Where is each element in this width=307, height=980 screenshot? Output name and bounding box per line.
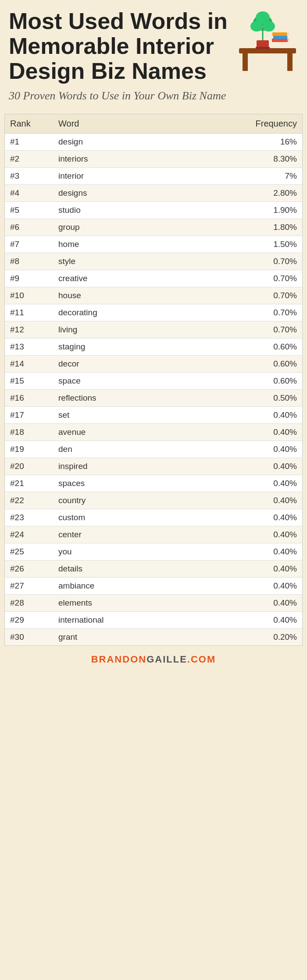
cell-rank: #5	[5, 202, 53, 219]
cell-rank: #16	[5, 390, 53, 407]
cell-rank: #29	[5, 612, 53, 629]
cell-rank: #17	[5, 407, 53, 424]
cell-frequency: 0.70%	[176, 287, 302, 304]
cell-rank: #22	[5, 492, 53, 509]
col-frequency: Frequency	[176, 114, 302, 134]
cell-word: center	[53, 526, 176, 543]
table-row: #29international0.40%	[5, 612, 302, 629]
cell-rank: #14	[5, 356, 53, 373]
svg-rect-11	[273, 35, 288, 39]
data-table-wrapper: Rank Word Frequency #1design16%#2interio…	[4, 114, 303, 646]
cell-word: studio	[53, 202, 176, 219]
cell-word: country	[53, 492, 176, 509]
table-row: #27ambiance0.40%	[5, 578, 302, 595]
table-row: #13staging0.60%	[5, 338, 302, 356]
table-row: #6group1.80%	[5, 219, 302, 236]
page-container: Most Used Words in Memorable Interior De…	[0, 0, 307, 672]
cell-rank: #4	[5, 185, 53, 202]
cell-rank: #21	[5, 475, 53, 492]
desk-illustration	[235, 4, 300, 74]
cell-word: avenue	[53, 424, 176, 441]
cell-frequency: 0.60%	[176, 373, 302, 390]
cell-frequency: 0.20%	[176, 629, 302, 646]
cell-frequency: 0.40%	[176, 543, 302, 561]
cell-word: space	[53, 373, 176, 390]
cell-word: group	[53, 219, 176, 236]
cell-rank: #6	[5, 219, 53, 236]
svg-rect-1	[243, 53, 248, 71]
cell-word: inspired	[53, 458, 176, 475]
table-row: #17set0.40%	[5, 407, 302, 424]
svg-rect-10	[272, 39, 289, 42]
cell-frequency: 0.40%	[176, 475, 302, 492]
cell-frequency: 0.40%	[176, 509, 302, 526]
table-header-row: Rank Word Frequency	[5, 114, 302, 134]
table-row: #28elements0.40%	[5, 595, 302, 612]
col-word: Word	[53, 114, 176, 134]
cell-word: grant	[53, 629, 176, 646]
cell-word: style	[53, 253, 176, 270]
table-row: #22country0.40%	[5, 492, 302, 509]
footer-gaille: GAILLE	[146, 654, 187, 665]
cell-word: custom	[53, 509, 176, 526]
cell-word: ambiance	[53, 578, 176, 595]
table-row: #25you0.40%	[5, 543, 302, 561]
table-row: #30grant0.20%	[5, 629, 302, 646]
cell-rank: #20	[5, 458, 53, 475]
svg-rect-4	[256, 47, 270, 49]
cell-rank: #30	[5, 629, 53, 646]
cell-frequency: 7%	[176, 168, 302, 185]
cell-rank: #18	[5, 424, 53, 441]
cell-frequency: 0.40%	[176, 441, 302, 458]
cell-word: den	[53, 441, 176, 458]
col-rank: Rank	[5, 114, 53, 134]
cell-frequency: 2.80%	[176, 185, 302, 202]
cell-frequency: 0.70%	[176, 321, 302, 338]
cell-word: designs	[53, 185, 176, 202]
table-row: #26details0.40%	[5, 561, 302, 578]
table-row: #4designs2.80%	[5, 185, 302, 202]
table-row: #5studio1.90%	[5, 202, 302, 219]
cell-rank: #19	[5, 441, 53, 458]
table-row: #1design16%	[5, 134, 302, 151]
table-row: #18avenue0.40%	[5, 424, 302, 441]
cell-word: decorating	[53, 304, 176, 321]
cell-rank: #27	[5, 578, 53, 595]
cell-word: international	[53, 612, 176, 629]
cell-word: spaces	[53, 475, 176, 492]
cell-frequency: 0.40%	[176, 424, 302, 441]
cell-rank: #11	[5, 304, 53, 321]
table-row: #3interior7%	[5, 168, 302, 185]
cell-rank: #25	[5, 543, 53, 561]
cell-word: elements	[53, 595, 176, 612]
table-row: #16reflections0.50%	[5, 390, 302, 407]
cell-rank: #8	[5, 253, 53, 270]
table-row: #2interiors8.30%	[5, 151, 302, 168]
cell-word: you	[53, 543, 176, 561]
table-row: #19den0.40%	[5, 441, 302, 458]
cell-rank: #28	[5, 595, 53, 612]
cell-frequency: 0.40%	[176, 578, 302, 595]
table-row: #10house0.70%	[5, 287, 302, 304]
words-table: Rank Word Frequency #1design16%#2interio…	[5, 114, 302, 645]
cell-rank: #12	[5, 321, 53, 338]
table-row: #14decor0.60%	[5, 356, 302, 373]
cell-rank: #9	[5, 270, 53, 287]
header: Most Used Words in Memorable Interior De…	[0, 0, 307, 107]
cell-frequency: 0.50%	[176, 390, 302, 407]
cell-frequency: 0.60%	[176, 356, 302, 373]
table-row: #8style0.70%	[5, 253, 302, 270]
cell-frequency: 0.40%	[176, 561, 302, 578]
cell-word: interiors	[53, 151, 176, 168]
subtitle: 30 Proven Words to Use in Your Own Biz N…	[9, 88, 237, 103]
cell-word: reflections	[53, 390, 176, 407]
main-title: Most Used Words in Memorable Interior De…	[9, 9, 228, 84]
cell-frequency: 0.70%	[176, 304, 302, 321]
cell-frequency: 1.90%	[176, 202, 302, 219]
svg-rect-2	[287, 53, 293, 71]
cell-frequency: 0.60%	[176, 338, 302, 356]
cell-frequency: 1.50%	[176, 236, 302, 253]
table-row: #20inspired0.40%	[5, 458, 302, 475]
cell-word: decor	[53, 356, 176, 373]
cell-word: details	[53, 561, 176, 578]
